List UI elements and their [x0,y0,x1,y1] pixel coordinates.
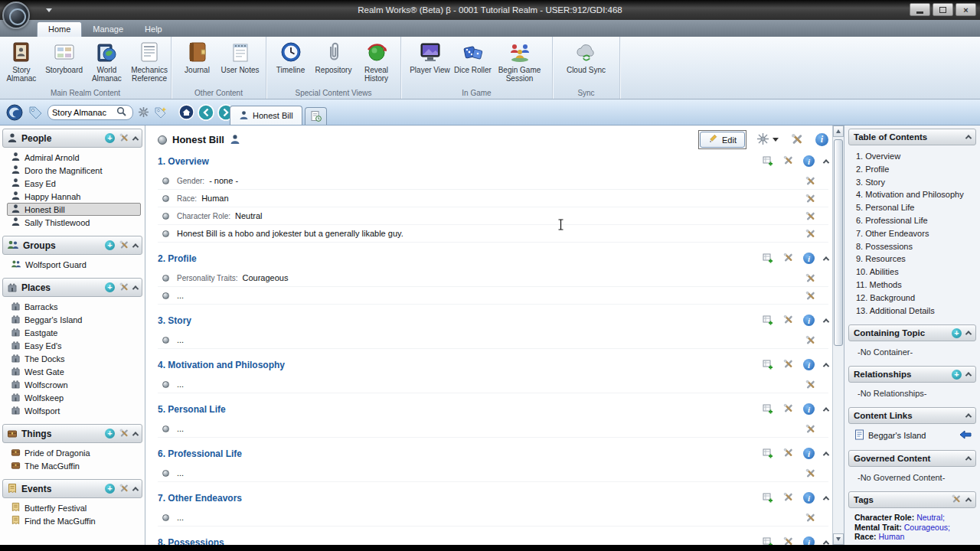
add-icon[interactable] [105,429,115,439]
collapse-chevron-icon[interactable] [965,331,972,337]
collapse-chevron-icon[interactable] [823,407,829,413]
link-arrow-left-icon[interactable] [959,430,972,441]
governed-content-header[interactable]: Governed Content [848,450,976,467]
sidebar-item-thing[interactable]: The MacGuffin [7,459,141,472]
filter-gear-icon[interactable] [138,106,149,118]
collapse-chevron-icon[interactable] [823,363,829,369]
toc-entry[interactable]: 6. Professional Life [856,214,973,227]
toc-entry[interactable]: 8. Possessions [856,240,973,253]
section-header[interactable]: 2. Profile [158,249,828,267]
collapse-chevron-icon[interactable] [132,487,139,493]
toc-entry[interactable]: 3. Story [856,176,973,189]
info-icon[interactable] [803,536,815,545]
tools-icon[interactable] [805,512,816,525]
collapse-chevron-icon[interactable] [823,496,829,502]
collapse-chevron-icon[interactable] [965,373,972,379]
tools-icon[interactable] [119,428,129,440]
add-snippet-icon[interactable] [763,536,773,546]
toc-entry[interactable]: 12. Background [856,292,973,305]
collapse-chevron-icon[interactable] [823,256,829,262]
section-header[interactable]: 6. Professional Life [158,445,828,462]
snippet-row[interactable]: ... [158,509,828,527]
panel-places-header[interactable]: Places [2,278,142,297]
snippet-row[interactable]: Race: Human [158,190,828,207]
tools-icon[interactable] [782,155,794,168]
tag-entry[interactable]: Race: Human [854,532,973,542]
toc-entry[interactable]: 7. Other Endeavors [856,227,973,240]
mechanics-reference-button[interactable]: Mechanics Reference [128,38,171,84]
tab-help[interactable]: Help [134,22,173,37]
tools-icon[interactable] [782,536,794,545]
toc-entry[interactable]: 5. Personal Life [856,201,973,214]
cloud-sync-button[interactable]: Cloud Sync [565,38,608,76]
sidebar-item-place[interactable]: The Docks [7,352,141,365]
panel-things-header[interactable]: Things [2,424,142,443]
search-icon[interactable] [116,106,126,118]
section-header[interactable]: 3. Story [158,311,828,329]
tools-icon[interactable] [805,175,816,188]
maximize-button[interactable] [933,3,953,16]
snippet-row[interactable]: ... [158,420,828,438]
tools-icon[interactable] [805,334,816,347]
snippet-row[interactable]: Gender: - none - [158,172,828,190]
dice-roller-button[interactable]: Dice Roller [452,38,495,84]
section-header[interactable]: 5. Personal Life [158,400,828,418]
add-snippet-icon[interactable] [763,359,773,371]
tag-value[interactable]: Neutral; [916,513,945,522]
collapse-chevron-icon[interactable] [132,136,139,142]
content-links-header[interactable]: Content Links [848,407,976,424]
tab-manage[interactable]: Manage [82,22,134,37]
sidebar-item-person[interactable]: Admiral Arnold [7,151,141,164]
content-scrollbar[interactable] [832,126,844,545]
info-icon[interactable] [803,359,815,370]
section-header[interactable]: 1. Overview [158,152,828,170]
sidebar-item-place[interactable]: Beggar's Island [7,313,141,326]
toc-entry[interactable]: 10. Abilities [856,266,973,279]
snippet-row[interactable]: ... [158,465,828,482]
collapse-chevron-icon[interactable] [965,414,972,420]
snippet-row[interactable]: Character Role: Neutral [158,207,828,225]
user-notes-button[interactable]: User Notes [219,38,262,76]
relationships-header[interactable]: Relationships [848,366,976,383]
sidebar-item-place[interactable]: Eastgate [7,326,141,339]
tag-entry[interactable]: Character Role: Neutral; [854,513,973,523]
tools-icon[interactable] [782,358,794,371]
sidebar-item-thing[interactable]: Pride of Dragonia [7,446,141,459]
begin-game-session-button[interactable]: Begin Game Session [495,38,545,84]
tag-value[interactable]: Courageous; [904,523,950,532]
tools-icon[interactable] [119,483,129,495]
edit-button[interactable]: Edit [700,132,745,148]
tools-icon[interactable] [805,228,816,241]
repository-button[interactable]: Repository [312,38,355,84]
info-icon[interactable] [803,315,815,326]
collapse-chevron-icon[interactable] [132,243,139,249]
add-icon[interactable] [952,328,962,338]
sidebar-item-event[interactable]: Butterfly Festival [7,501,141,514]
toc-entry[interactable]: 11. Methods [856,279,973,292]
tag-entry[interactable]: Mental Trait: Courageous; [854,523,973,533]
snippet-row[interactable]: ... [158,287,828,305]
search-input[interactable] [52,108,116,117]
toc-entry[interactable]: 13. Additional Details [856,305,973,318]
timeline-button[interactable]: Timeline [270,38,312,84]
add-snippet-icon[interactable] [763,448,773,460]
info-icon[interactable] [803,155,815,167]
collapse-chevron-icon[interactable] [965,135,972,141]
section-header[interactable]: 4. Motivation and Philosophy [158,356,828,373]
sidebar-item-person[interactable]: Happy Hannah [7,190,141,203]
tools-icon[interactable] [782,252,794,265]
tools-icon[interactable] [805,272,816,285]
snippet-row[interactable]: ... [158,331,828,349]
player-view-button[interactable]: Player View [409,38,452,84]
close-button[interactable]: × [956,3,976,16]
new-tab-button[interactable] [305,107,327,125]
add-snippet-icon[interactable] [763,315,773,327]
info-icon[interactable] [803,253,815,264]
collapse-chevron-icon[interactable] [965,498,972,504]
back-button[interactable] [198,104,214,121]
sidebar-item-place[interactable]: Wolfsport [7,404,141,417]
containing-topic-header[interactable]: Containing Topic [848,324,976,341]
snippet-row[interactable]: ... [158,376,828,393]
add-icon[interactable] [952,370,962,380]
toc-entry[interactable]: 1. Overview [856,150,973,163]
